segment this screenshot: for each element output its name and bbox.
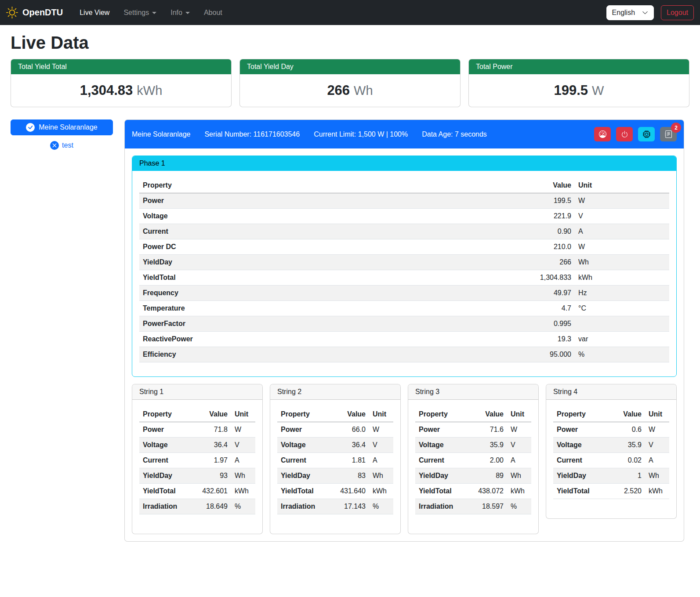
- unit-cell: W: [575, 193, 669, 209]
- chevron-down-icon: [185, 12, 190, 14]
- unit-cell: °C: [575, 301, 669, 316]
- unit-cell: A: [231, 453, 255, 468]
- unit-cell: Wh: [645, 468, 669, 484]
- unit-cell: Wh: [369, 468, 393, 484]
- column-header: Unit: [645, 407, 669, 422]
- phase-card: Phase 1 PropertyValueUnitPower199.5WVolt…: [132, 156, 677, 377]
- unit-cell: Wh: [507, 468, 531, 484]
- property-cell: Current: [139, 224, 522, 239]
- string-table: PropertyValueUnitPower0.6WVoltage35.9VCu…: [553, 407, 669, 499]
- unit-cell: A: [369, 453, 393, 468]
- string-card: String 1 PropertyValueUnitPower71.8WVolt…: [132, 384, 263, 534]
- property-cell: Frequency: [139, 286, 522, 301]
- string-table: PropertyValueUnitPower71.8WVoltage36.4VC…: [139, 407, 255, 514]
- unit-cell: kWh: [575, 270, 669, 286]
- selected-inverter-button[interactable]: Meine Solaranlage: [11, 119, 113, 135]
- column-header: Unit: [231, 407, 255, 422]
- unit-cell: V: [507, 438, 531, 453]
- table-row: Irradiation17.143%: [277, 499, 393, 514]
- column-header: Unit: [507, 407, 531, 422]
- language-select[interactable]: English: [606, 5, 654, 20]
- value-cell: 17.143: [327, 499, 369, 514]
- inverter-name: Meine Solaranlage: [132, 130, 190, 138]
- table-row: Current0.90A: [139, 224, 669, 239]
- brand[interactable]: OpenDTU: [6, 7, 63, 18]
- value-cell: 66.0: [327, 422, 369, 438]
- table-header-row: PropertyValueUnit: [553, 407, 669, 422]
- logout-button[interactable]: Logout: [661, 5, 694, 20]
- card-unit: Wh: [354, 83, 373, 98]
- table-row: Voltage35.9V: [415, 438, 531, 453]
- property-cell: Current: [415, 453, 465, 468]
- event-log-button[interactable]: 2: [660, 127, 677, 141]
- value-cell: 266: [522, 255, 575, 270]
- table-row: Power199.5W: [139, 193, 669, 209]
- value-cell: 1: [603, 468, 645, 484]
- summary-cards-row: Total Yield Total 1,304.83kWh Total Yiel…: [11, 59, 689, 107]
- table-row: Efficiency95.000%: [139, 347, 669, 362]
- limit-settings-button[interactable]: [594, 127, 611, 141]
- device-info-button[interactable]: [638, 127, 655, 141]
- table-row: Voltage35.9V: [553, 438, 669, 453]
- value-cell: 71.6: [465, 422, 507, 438]
- selected-inverter-label: Meine Solaranlage: [39, 123, 97, 131]
- table-row: Irradiation18.649%: [139, 499, 255, 514]
- value-cell: 89: [465, 468, 507, 484]
- unit-cell: W: [369, 422, 393, 438]
- property-cell: YieldTotal: [139, 270, 522, 286]
- property-cell: Power DC: [139, 239, 522, 255]
- unit-cell: V: [575, 209, 669, 224]
- property-cell: Power: [139, 193, 522, 209]
- unit-cell: Wh: [231, 468, 255, 484]
- value-cell: 36.4: [189, 438, 231, 453]
- table-row: YieldTotal438.072kWh: [415, 484, 531, 499]
- phase-card-title: Phase 1: [132, 156, 676, 171]
- language-value: English: [612, 9, 635, 17]
- unit-cell: kWh: [645, 484, 669, 499]
- table-row: Current1.97A: [139, 453, 255, 468]
- table-row: YieldTotal2.520kWh: [553, 484, 669, 499]
- nav-item-info[interactable]: Info: [163, 5, 197, 20]
- column-header: Value: [465, 407, 507, 422]
- nav-item-settings[interactable]: Settings: [116, 5, 163, 20]
- journal-text-icon: [665, 130, 672, 138]
- value-cell: 71.8: [189, 422, 231, 438]
- value-cell: 0.02: [603, 453, 645, 468]
- property-cell: Voltage: [139, 438, 189, 453]
- string-card-title: String 4: [546, 384, 676, 400]
- nav-item-about[interactable]: About: [197, 5, 229, 20]
- column-header: Value: [189, 407, 231, 422]
- unit-cell: A: [507, 453, 531, 468]
- nav-item-live-view[interactable]: Live View: [73, 5, 116, 20]
- string-table: PropertyValueUnitPower71.6WVoltage35.9VC…: [415, 407, 531, 514]
- unit-cell: [575, 316, 669, 332]
- value-cell: 1.81: [327, 453, 369, 468]
- unit-cell: kWh: [231, 484, 255, 499]
- unit-cell: Wh: [575, 255, 669, 270]
- table-row: Current1.81A: [277, 453, 393, 468]
- sidebar-item-test[interactable]: test: [11, 141, 113, 150]
- property-cell: YieldDay: [139, 468, 189, 484]
- value-cell: 36.4: [327, 438, 369, 453]
- string-card-title: String 2: [270, 384, 400, 400]
- table-row: YieldDay89Wh: [415, 468, 531, 484]
- value-cell: 221.9: [522, 209, 575, 224]
- card-value: 266: [327, 83, 350, 98]
- unit-cell: W: [231, 422, 255, 438]
- string-table: PropertyValueUnitPower66.0WVoltage36.4VC…: [277, 407, 393, 514]
- value-cell: 432.601: [189, 484, 231, 499]
- inverter-current-limit: Current Limit: 1,500 W | 100%: [314, 130, 408, 138]
- power-button[interactable]: [616, 127, 633, 141]
- property-cell: Power: [553, 422, 603, 438]
- value-cell: 18.597: [465, 499, 507, 514]
- table-row: Power0.6W: [553, 422, 669, 438]
- brand-title: OpenDTU: [22, 7, 63, 18]
- property-cell: YieldDay: [553, 468, 603, 484]
- value-cell: 0.90: [522, 224, 575, 239]
- card-title: Total Power: [469, 59, 689, 74]
- top-navbar: OpenDTU Live View Settings Info About En…: [0, 0, 700, 25]
- table-row: Voltage221.9V: [139, 209, 669, 224]
- column-header: Property: [553, 407, 603, 422]
- property-cell: YieldTotal: [139, 484, 189, 499]
- value-cell: 0.995: [522, 316, 575, 332]
